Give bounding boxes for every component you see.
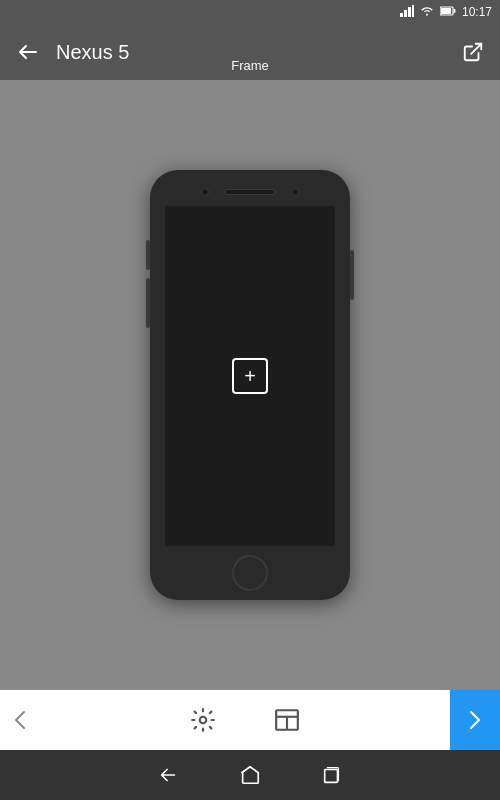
next-button[interactable] xyxy=(450,690,500,750)
status-bar-icons: 10:17 xyxy=(400,5,492,19)
svg-rect-5 xyxy=(453,9,455,13)
svg-rect-3 xyxy=(412,5,414,17)
svg-rect-1 xyxy=(404,10,407,17)
previous-button[interactable] xyxy=(0,690,40,750)
svg-rect-6 xyxy=(441,8,451,14)
bottom-toolbar xyxy=(0,690,500,750)
phone-camera xyxy=(201,188,209,196)
phone-bottom xyxy=(150,546,350,600)
toolbar-center xyxy=(40,698,450,742)
phone-home-button xyxy=(232,555,268,591)
android-home-button[interactable] xyxy=(239,764,261,786)
phone-top-bar xyxy=(150,170,350,206)
phone-screen[interactable]: + xyxy=(165,206,335,546)
svg-rect-0 xyxy=(400,13,403,17)
battery-icon xyxy=(440,6,456,18)
svg-rect-2 xyxy=(408,7,411,17)
settings-button[interactable] xyxy=(181,698,225,742)
main-content: Frame + xyxy=(0,80,500,690)
phone-mockup: + xyxy=(150,170,350,600)
phone-volume-up-button xyxy=(146,240,150,270)
phone-speaker xyxy=(225,189,275,195)
app-bar-title: Nexus 5 xyxy=(56,41,129,64)
svg-point-7 xyxy=(200,717,207,724)
signal-icon xyxy=(400,5,414,19)
android-back-button[interactable] xyxy=(157,764,179,786)
phone-volume-down-button xyxy=(146,278,150,328)
app-bar-left: Nexus 5 xyxy=(16,40,129,64)
status-bar: 10:17 xyxy=(0,0,500,24)
layout-button[interactable] xyxy=(265,698,309,742)
external-link-button[interactable] xyxy=(462,41,484,63)
back-button[interactable] xyxy=(16,40,40,64)
phone-front-camera xyxy=(291,188,299,196)
add-content-button[interactable]: + xyxy=(232,358,268,394)
svg-rect-11 xyxy=(325,770,338,783)
phone-power-button xyxy=(350,250,354,300)
android-recents-button[interactable] xyxy=(321,764,343,786)
status-time: 10:17 xyxy=(462,5,492,19)
plus-icon: + xyxy=(244,366,256,386)
android-nav-bar xyxy=(0,750,500,800)
frame-label: Frame xyxy=(231,58,269,73)
wifi-icon xyxy=(420,5,434,19)
